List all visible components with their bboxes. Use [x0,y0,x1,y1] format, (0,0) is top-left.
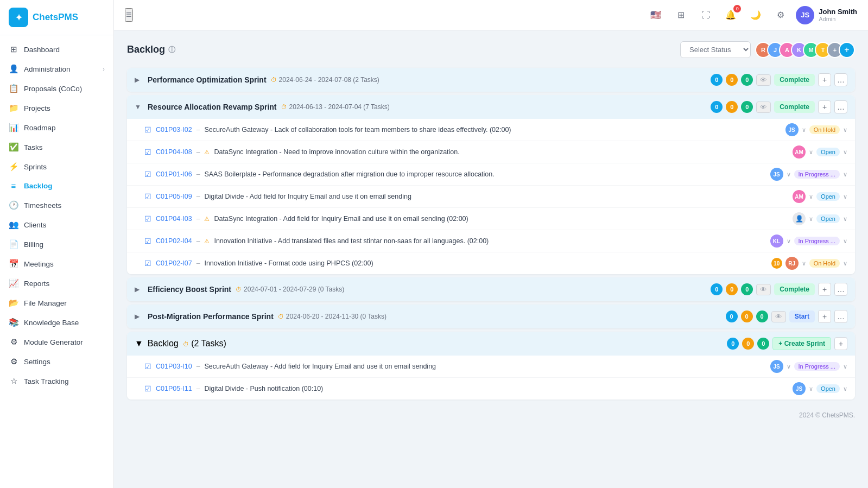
logo[interactable]: ✦ ChetsPMS [0,0,113,35]
sidebar-item-meetings[interactable]: 📅 Meetings [0,254,113,274]
task-id[interactable]: C01P05-I09 [156,193,192,200]
sprint-status-button-sprint2[interactable]: Complete [774,101,815,113]
sprint-header-sprint3[interactable]: ▶ Efficiency Boost Sprint ⏱ 2024-07-01 -… [127,277,855,301]
task-status-dropdown[interactable]: ∨ [843,171,847,178]
logo-text: ChetsPMS [33,12,78,23]
task-status-dropdown[interactable]: ∨ [843,216,847,223]
task-status-dropdown[interactable]: ∨ [843,149,847,156]
dark-mode-button[interactable]: 🌙 [747,7,764,24]
sidebar-item-projects[interactable]: 📁 Projects [0,98,113,118]
task-checkbox[interactable]: ☑ [144,148,151,156]
user-menu[interactable]: JS John Smith Admin [796,6,857,24]
sprint-header-sprint2[interactable]: ▼ Resource Allocation Revamp Sprint ⏱ 20… [127,95,855,119]
task-checkbox[interactable]: ☑ [144,125,151,134]
task-checkbox[interactable]: ☑ [144,384,151,393]
sidebar-item-module-generator[interactable]: ⚙ Module Generator [0,332,113,352]
sprint-eye-button-sprint4[interactable]: 👁 [771,311,786,322]
sprint-add-button-sprint1[interactable]: + [818,73,831,86]
task-status-dropdown[interactable]: ∨ [843,238,847,245]
sprint-eye-button-sprint1[interactable]: 👁 [756,74,771,86]
sidebar-item-dashboard[interactable]: ⊞ Dashboard [0,40,113,59]
task-chevron[interactable]: ∨ [787,238,791,245]
sprint-status-button-sprint4[interactable]: Start [789,310,815,322]
task-status-dropdown[interactable]: ∨ [843,126,847,134]
task-id[interactable]: C01P04-I03 [156,215,192,223]
sidebar-item-settings[interactable]: ⚙ Settings [0,352,113,371]
add-member-button[interactable]: + [839,42,855,58]
sprint-eye-button-sprint3[interactable]: 👁 [756,284,771,295]
task-checkbox[interactable]: ☑ [144,237,151,245]
sprint-status-button-sprint1[interactable]: Complete [774,74,815,86]
task-chevron[interactable]: ∨ [802,126,806,134]
create-sprint-button-backlog-section[interactable]: + Create Sprint [772,337,831,350]
sprint-status-button-sprint3[interactable]: Complete [774,283,815,295]
sidebar-item-tasks[interactable]: ✅ Tasks [0,137,113,157]
task-status-dropdown[interactable]: ∨ [843,385,847,392]
task-id[interactable]: C01P03-I02 [156,126,192,134]
task-status-badge[interactable]: Open [816,148,840,156]
task-id[interactable]: C01P02-I04 [156,237,192,245]
sprint-add-button-backlog-section[interactable]: + [834,337,847,350]
task-chevron[interactable]: ∨ [802,260,806,267]
backlog-clock-icon: ⏱ [183,341,189,347]
count-blue-sprint2: 0 [711,101,723,113]
task-checkbox[interactable]: ☑ [144,362,151,371]
task-status-badge[interactable]: In Progress ... [794,170,840,179]
sprint-eye-button-sprint2[interactable]: 👁 [756,102,771,113]
task-status-badge[interactable]: Open [816,192,840,201]
sidebar-item-knowledge-base[interactable]: 📚 Knowledge Base [0,313,113,332]
sprint-header-sprint4[interactable]: ▶ Post-Migration Performance Sprint ⏱ 20… [127,305,855,328]
task-chevron[interactable]: ∨ [809,149,813,156]
task-status-badge[interactable]: On Hold [809,125,840,134]
task-status-badge[interactable]: In Progress ... [794,237,840,245]
task-checkbox[interactable]: ☑ [144,214,151,223]
task-checkbox[interactable]: ☑ [144,170,151,179]
apps-icon-button[interactable]: ⊞ [672,7,689,24]
sprint-header-sprint1[interactable]: ▶ Performance Optimization Sprint ⏱ 2024… [127,68,855,92]
flag-icon-button[interactable]: 🇺🇸 [647,7,664,24]
task-id[interactable]: C01P01-I06 [156,170,192,178]
sidebar-item-backlog[interactable]: ≡ Backlog [0,176,113,195]
task-checkbox[interactable]: ☑ [144,259,151,268]
sidebar-item-billing[interactable]: 📄 Billing [0,235,113,254]
task-status-badge[interactable]: In Progress ... [794,362,840,371]
notifications-button[interactable]: 🔔 0 [722,7,739,24]
sidebar-item-file-manager[interactable]: 📂 File Manager [0,293,113,313]
task-chevron[interactable]: ∨ [809,385,813,392]
task-status-badge[interactable]: Open [816,214,840,223]
sidebar-item-reports[interactable]: 📈 Reports [0,274,113,293]
sidebar-item-task-tracking[interactable]: ☆ Task Tracking [0,371,113,391]
sidebar-item-clients[interactable]: 👥 Clients [0,215,113,235]
sprint-more-button-sprint3[interactable]: … [834,283,847,296]
sprint-add-button-sprint4[interactable]: + [818,310,831,323]
sidebar-item-sprints[interactable]: ⚡ Sprints [0,157,113,176]
task-chevron[interactable]: ∨ [809,193,813,200]
task-id[interactable]: C01P02-I07 [156,259,192,267]
task-chevron[interactable]: ∨ [787,171,791,178]
fullscreen-icon-button[interactable]: ⛶ [697,7,714,24]
sprint-add-button-sprint3[interactable]: + [818,283,831,296]
settings-gear-button[interactable]: ⚙ [772,7,789,24]
task-id[interactable]: C01P05-I11 [156,385,192,392]
task-status-dropdown[interactable]: ∨ [843,363,847,370]
sprint-more-button-sprint1[interactable]: … [834,73,847,86]
sprint-header-backlog-section[interactable]: ▼ Backlog ⏱ (2 Tasks) 0 0 0 + Create Spr… [127,332,855,356]
task-id[interactable]: C01P03-I10 [156,363,192,370]
hamburger-menu-button[interactable]: ≡ [125,8,133,22]
sidebar-item-proposals[interactable]: 📋 Proposals (CoCo) [0,79,113,98]
task-status-badge[interactable]: On Hold [809,259,840,268]
task-chevron[interactable]: ∨ [809,216,813,223]
task-chevron[interactable]: ∨ [787,363,791,370]
task-checkbox[interactable]: ☑ [144,192,151,201]
sprint-more-button-sprint2[interactable]: … [834,100,847,113]
sidebar-item-roadmap[interactable]: 📊 Roadmap [0,118,113,137]
task-status-badge[interactable]: Open [816,384,840,393]
task-id[interactable]: C01P04-I08 [156,148,192,156]
sidebar-item-timesheets[interactable]: 🕐 Timesheets [0,195,113,215]
status-select[interactable]: Select Status [680,41,751,58]
task-status-dropdown[interactable]: ∨ [843,260,847,267]
task-status-dropdown[interactable]: ∨ [843,193,847,200]
sprint-more-button-sprint4[interactable]: … [834,310,847,323]
sprint-add-button-sprint2[interactable]: + [818,100,831,113]
sidebar-item-administration[interactable]: 👤 Administration › [0,59,113,79]
